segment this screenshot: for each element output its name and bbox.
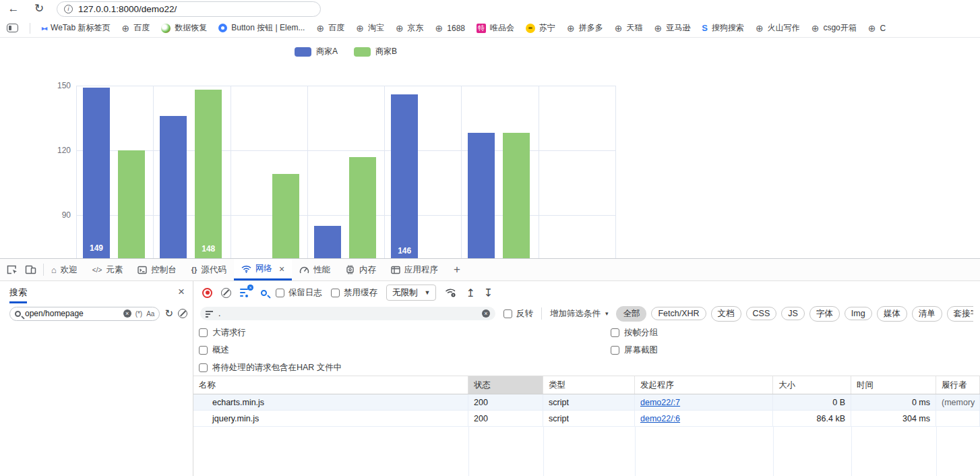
initiator-link[interactable]: demo22/:6: [640, 414, 680, 423]
request-name[interactable]: echarts.min.js: [193, 394, 468, 411]
checkbox[interactable]: [503, 309, 512, 318]
column-header-time[interactable]: 时间: [851, 376, 936, 394]
chip-fetch-xhr[interactable]: Fetch/XHR: [651, 307, 706, 320]
search-panel-title[interactable]: 搜索: [9, 287, 27, 303]
chip-all[interactable]: 全部: [616, 306, 646, 322]
export-har-icon[interactable]: ↧: [484, 287, 493, 299]
clear-network-log-icon[interactable]: [221, 288, 231, 298]
bar-商家B-1[interactable]: [195, 90, 222, 258]
checkbox[interactable]: [331, 289, 340, 297]
checkbox[interactable]: [199, 346, 208, 355]
bookmark-baidu-2[interactable]: ⊕百度: [316, 22, 344, 34]
close-tab-icon[interactable]: ×: [279, 264, 284, 274]
tab-performance[interactable]: 性能: [292, 259, 338, 280]
search-input[interactable]: open/homepage × (*) Aa: [9, 307, 160, 321]
column-header-initiator[interactable]: 发起程序: [635, 376, 773, 394]
tab-elements[interactable]: </> 元素: [85, 259, 130, 280]
bookmark-wetab[interactable]: ▸◂WeTab 新标签页: [42, 22, 111, 34]
back-icon[interactable]: ←: [5, 1, 22, 17]
device-toolbar-icon[interactable]: [25, 264, 36, 275]
checkbox[interactable]: [199, 363, 208, 372]
search-query-text[interactable]: open/homepage: [25, 309, 119, 318]
more-filters-dropdown[interactable]: 增加筛选条件 ▾: [550, 308, 609, 320]
invert-filter-checkbox[interactable]: 反转: [503, 308, 533, 320]
column-header-fulfilled-by[interactable]: 履行者: [936, 376, 980, 394]
chip-css[interactable]: CSS: [746, 307, 777, 320]
clear-filter-icon[interactable]: ×: [482, 309, 490, 318]
url-text[interactable]: 127.0.0.1:8000/demo22/: [78, 4, 177, 14]
har-include-pending-checkbox[interactable]: 将待处理的请求包含在HAR 文件中: [199, 362, 342, 374]
bookmark-suning[interactable]: 苏宁: [526, 22, 555, 34]
tab-welcome[interactable]: ⌂ 欢迎: [44, 259, 85, 280]
site-info-icon[interactable]: i: [64, 5, 73, 13]
network-conditions-icon[interactable]: [445, 288, 457, 298]
record-network-log-button[interactable]: [202, 288, 212, 298]
column-header-status[interactable]: 状态: [468, 376, 543, 394]
filter-text-input[interactable]: . ×: [200, 307, 495, 320]
bookmark-pdd[interactable]: ⊕拼多多: [567, 22, 603, 34]
tab-network[interactable]: 网络 ×: [234, 259, 292, 280]
clear-search-results-icon[interactable]: [178, 309, 187, 318]
screenshots-checkbox[interactable]: 屏幕截图: [611, 345, 658, 356]
filter-toggle-icon[interactable]: ×: [240, 288, 251, 297]
bar-商家A-4[interactable]: [391, 94, 418, 258]
chip-img[interactable]: Img: [845, 307, 872, 320]
bookmark-csgo[interactable]: ⊕csgo开箱: [811, 22, 857, 34]
column-header-size[interactable]: 大小: [773, 376, 851, 394]
bookmark-element-ui[interactable]: Button 按钮 | Elem...: [218, 22, 305, 34]
initiator-link[interactable]: demo22/:7: [640, 398, 680, 407]
match-case-toggle[interactable]: Aa: [146, 310, 154, 318]
table-row[interactable]: jquery.min.js 200 script demo22/:6 86.4 …: [193, 411, 980, 427]
chip-font[interactable]: 字体: [809, 306, 840, 322]
bar-商家A-1[interactable]: [160, 116, 187, 258]
network-search-icon[interactable]: [261, 290, 267, 296]
bookmark-taobao[interactable]: ⊕淘宝: [356, 22, 384, 34]
tab-sources[interactable]: {} 源代码: [184, 259, 234, 280]
chip-js[interactable]: JS: [781, 307, 805, 320]
column-header-type[interactable]: 类型: [543, 376, 635, 394]
overview-checkbox[interactable]: 概述: [199, 345, 229, 356]
close-search-panel-icon[interactable]: ×: [178, 285, 185, 299]
bar-商家A-3[interactable]: [314, 226, 341, 258]
bookmark-amazon[interactable]: ⊕亚马逊: [654, 22, 691, 34]
chip-doc[interactable]: 文档: [711, 306, 741, 322]
request-name[interactable]: jquery.min.js: [193, 411, 468, 427]
bar-商家B-2[interactable]: [272, 174, 299, 258]
chip-manifest[interactable]: 清单: [912, 306, 942, 322]
bookmark-jd[interactable]: ⊕京东: [396, 22, 424, 34]
bar-商家B-0[interactable]: [118, 150, 145, 258]
preserve-log-checkbox[interactable]: 保留日志: [276, 287, 322, 299]
bookmark-truncated[interactable]: ⊕C: [868, 24, 886, 33]
checkbox[interactable]: [276, 289, 284, 297]
bookmark-data-recovery[interactable]: 数据恢复: [161, 22, 207, 34]
more-tabs-button[interactable]: +: [446, 259, 468, 280]
reload-icon[interactable]: ↻: [31, 1, 47, 17]
bookmark-tmall[interactable]: ⊕天猫: [615, 22, 643, 34]
import-har-icon[interactable]: ↥: [466, 287, 474, 299]
clear-search-icon[interactable]: ×: [123, 309, 131, 318]
checkbox[interactable]: [199, 328, 208, 337]
omnibox[interactable]: i 127.0.0.1:8000/demo22/: [57, 1, 321, 17]
regex-toggle[interactable]: (*): [135, 310, 143, 318]
bar-商家B-3[interactable]: [349, 157, 376, 258]
filter-value[interactable]: .: [218, 309, 477, 318]
sidebar-icon[interactable]: [7, 24, 18, 32]
inspect-element-icon[interactable]: [7, 264, 18, 275]
bookmark-1688[interactable]: ⊕1688: [435, 24, 465, 33]
tab-memory[interactable]: 内存: [338, 259, 384, 280]
bookmark-vip[interactable]: 特唯品会: [477, 22, 514, 34]
bar-商家B-5[interactable]: [503, 133, 530, 258]
big-request-rows-checkbox[interactable]: 大请求行: [199, 327, 246, 338]
disable-cache-checkbox[interactable]: 禁用缓存: [331, 287, 377, 299]
bookmark-baidu[interactable]: ⊕百度: [122, 22, 150, 34]
bar-商家A-0[interactable]: [83, 88, 110, 258]
bar-商家A-5[interactable]: [468, 133, 495, 258]
bookmark-huoshan[interactable]: ⊕火山写作: [756, 22, 800, 34]
chip-socket[interactable]: 套接字: [947, 306, 973, 322]
column-header-name[interactable]: 名称: [193, 376, 468, 394]
chip-media[interactable]: 媒体: [877, 306, 907, 322]
refresh-search-icon[interactable]: ↻: [164, 307, 173, 320]
bookmark-sogou[interactable]: S搜狗搜索: [702, 22, 744, 34]
table-row[interactable]: echarts.min.js 200 script demo22/:7 0 B …: [193, 394, 980, 411]
tab-application[interactable]: 应用程序: [384, 259, 446, 280]
